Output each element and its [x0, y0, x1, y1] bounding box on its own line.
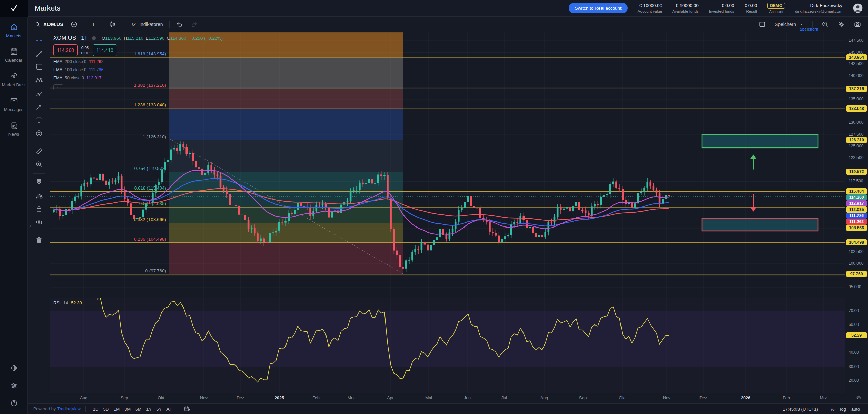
market-status-icon[interactable]: [91, 35, 97, 41]
percent-scale-toggle[interactable]: %: [828, 406, 837, 412]
range-3m[interactable]: 3M: [122, 406, 133, 412]
drawing-mode-lock[interactable]: [33, 191, 45, 201]
candlestick-icon: [109, 21, 116, 28]
available-funds-stat: € 10000.00Available funds: [672, 3, 699, 13]
switch-to-real-account-button[interactable]: Switch to Real account: [569, 3, 627, 13]
fib-retracement-icon: [35, 63, 43, 71]
range-1m[interactable]: 1M: [111, 406, 122, 412]
remove-drawings[interactable]: [33, 235, 45, 245]
symbol-search-button[interactable]: XOM.US: [32, 21, 66, 27]
hide-drawings[interactable]: [33, 217, 45, 227]
invested-funds-stat: € 0.00Invested funds: [709, 3, 734, 13]
ema-200-legend[interactable]: EMA200 close 0 111.262: [53, 59, 223, 64]
main-chart-pane[interactable]: 1.618 (143.954)1.382 (137.216)1.236 (133…: [50, 32, 845, 298]
sidebar-item-messages[interactable]: Messages: [0, 96, 27, 112]
trend-line-tool[interactable]: [33, 49, 45, 59]
redo-button[interactable]: [188, 19, 200, 29]
range-5d[interactable]: 5D: [101, 406, 111, 412]
tradingview-link[interactable]: TradingView: [57, 407, 81, 411]
range-5y[interactable]: 5Y: [154, 406, 164, 412]
rsi-legend[interactable]: RSI 14 52.39: [53, 300, 82, 305]
time-axis-label: Aug: [540, 393, 548, 403]
fib-retracement-tool[interactable]: [33, 62, 45, 72]
avatar[interactable]: [852, 3, 863, 14]
theme-contrast-icon[interactable]: [10, 364, 18, 372]
svg-text:0.618 (115.404): 0.618 (115.404): [134, 185, 166, 191]
sidebar-item-calendar[interactable]: Calendar: [0, 47, 27, 63]
object-tree-toggle[interactable]: [28, 224, 33, 230]
sidebar-item-market-buzz[interactable]: Market Buzz: [0, 72, 27, 87]
crosshair-tool[interactable]: [33, 36, 45, 46]
pattern-tool[interactable]: [33, 75, 45, 85]
zoom-in-tool[interactable]: [33, 159, 45, 170]
magnet-mode[interactable]: [33, 177, 45, 188]
price-badge-fib: 104.498: [846, 239, 867, 245]
indicators-button[interactable]: ƒx Indikatoren: [127, 19, 165, 29]
rsi-tick: 70.00: [849, 308, 859, 313]
save-label: Speichern: [775, 22, 796, 27]
range-all[interactable]: All: [164, 406, 174, 412]
chart-settings-button[interactable]: [835, 19, 848, 29]
chevron-right-icon: [28, 224, 33, 229]
lock-drawings[interactable]: [33, 204, 45, 214]
ema-50-legend[interactable]: EMA50 close 0 112.917: [53, 76, 223, 80]
nav-sidebar: Markets Calendar Market Buzz Messages Ne…: [0, 17, 28, 414]
price-tick: 125.000: [849, 144, 863, 149]
legend-collapse-button[interactable]: [53, 84, 63, 90]
price-badge-fib: 133.048: [846, 105, 867, 112]
sidebar-item-news[interactable]: News: [0, 121, 27, 137]
time-axis-label: 2026: [741, 393, 750, 403]
auto-scale-toggle[interactable]: auto: [849, 406, 863, 412]
range-1y[interactable]: 1Y: [144, 406, 154, 412]
log-scale-toggle[interactable]: log: [837, 406, 848, 412]
sell-bid-button[interactable]: 114.360: [53, 44, 78, 56]
range-1d[interactable]: 1D: [91, 406, 101, 412]
time-axis-separator: [28, 393, 868, 393]
emoji-icon: [35, 129, 43, 137]
pane-separator[interactable]: [28, 298, 868, 298]
arrow-marker-tool[interactable]: [33, 102, 45, 112]
settings-sliders-icon[interactable]: [10, 381, 18, 390]
time-axis-settings[interactable]: [856, 394, 862, 402]
gear-icon: [837, 21, 845, 28]
price-tick: 117.500: [849, 179, 863, 183]
ema-100-legend[interactable]: EMA100 close 0 111.786: [53, 67, 223, 72]
interval-button[interactable]: T: [88, 19, 98, 29]
clock-readout[interactable]: 17:45:03 (UTC+1): [783, 407, 818, 412]
sidebar-item-markets[interactable]: Markets: [0, 23, 27, 38]
forecast-tool[interactable]: [33, 88, 45, 99]
price-tick: 100.000: [849, 261, 863, 266]
help-icon[interactable]: [10, 399, 18, 407]
range-6m[interactable]: 6M: [133, 406, 144, 412]
pencil-lock-icon: [35, 192, 43, 200]
measure-tool[interactable]: [33, 146, 45, 156]
rsi-pane[interactable]: RSI 14 52.39: [50, 298, 845, 393]
fx-icon: ƒx: [130, 21, 137, 28]
time-axis-label: Apr: [387, 393, 393, 403]
emoji-tool[interactable]: [33, 128, 45, 138]
buzz-icon: [9, 72, 18, 81]
indicators-label: Indikatoren: [139, 22, 163, 27]
time-axis[interactable]: AugSepOktNovDez2025FebMrzAprMaiJunJulAug…: [50, 393, 845, 403]
gear-icon: [856, 394, 862, 400]
go-to-date-icon[interactable]: [184, 406, 191, 412]
chevron-up-icon: [56, 85, 61, 90]
app-logo[interactable]: [0, 0, 28, 17]
zoom-in-icon: [35, 160, 43, 169]
time-axis-label: Sep: [579, 393, 587, 403]
layout-button[interactable]: [756, 19, 769, 29]
compare-add-symbol-button[interactable]: [67, 19, 80, 29]
chart-type-button[interactable]: [106, 19, 119, 29]
magnet-icon: [35, 178, 43, 186]
price-badge-ema200: 111.262: [846, 219, 867, 225]
rsi-canvas[interactable]: [50, 298, 845, 393]
rsi-value-badge: 52.39: [846, 332, 867, 338]
price-axis[interactable]: 147.500145.000142.500140.000135.000130.0…: [845, 32, 868, 393]
time-axis-label: 2025: [275, 393, 284, 403]
up-arrow-drawing: [750, 154, 756, 169]
buy-ask-button[interactable]: 114.410: [93, 44, 117, 56]
text-tool[interactable]: [33, 115, 45, 125]
snapshot-button[interactable]: [851, 19, 864, 29]
legend-symbol-title[interactable]: XOM.US · 1T: [53, 35, 88, 41]
undo-button[interactable]: [173, 19, 186, 29]
